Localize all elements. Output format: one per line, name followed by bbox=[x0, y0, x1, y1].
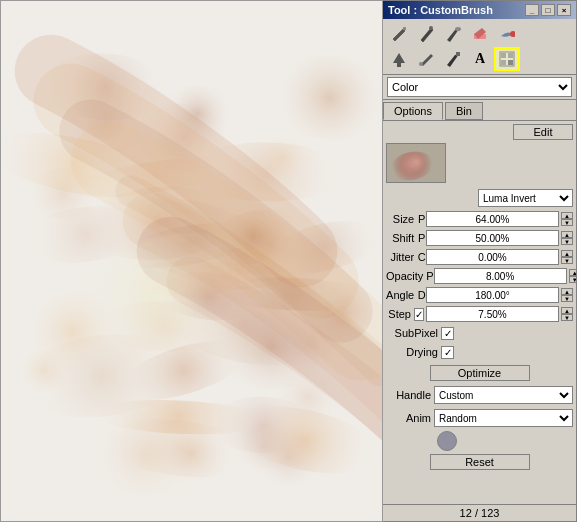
options-content: Edit Luma Invert Luma None Size P ▲ ▼ bbox=[383, 121, 576, 504]
svg-rect-5 bbox=[397, 63, 401, 67]
brush3-icon[interactable] bbox=[440, 22, 466, 46]
canvas-area[interactable] bbox=[0, 0, 383, 522]
text-icon[interactable]: A bbox=[467, 47, 493, 71]
shift-type: P bbox=[417, 232, 426, 244]
svg-point-1 bbox=[429, 26, 433, 30]
icon-row-2: A bbox=[386, 47, 573, 71]
status-bar: 12 / 123 bbox=[383, 504, 576, 521]
jitter-down-btn[interactable]: ▼ bbox=[561, 257, 573, 264]
maximize-button[interactable]: □ bbox=[541, 4, 555, 16]
anim-preview[interactable] bbox=[437, 431, 457, 451]
step-row: Step ▲ ▼ bbox=[386, 305, 573, 323]
anim-row: Anim Random Sequential Single bbox=[386, 408, 573, 428]
panel-title: Tool : CustomBrush bbox=[388, 4, 493, 16]
drying-row: Drying bbox=[386, 343, 573, 361]
eraser-icon[interactable] bbox=[467, 22, 493, 46]
luma-row: Luma Invert Luma None bbox=[386, 189, 573, 207]
drying-checkbox[interactable] bbox=[441, 346, 454, 359]
drying-label: Drying bbox=[386, 346, 441, 358]
tool-panel: Tool : CustomBrush _ □ × bbox=[383, 0, 577, 522]
angle-arrows: ▲ ▼ bbox=[561, 288, 573, 302]
size-arrows: ▲ ▼ bbox=[561, 212, 573, 226]
edit-btn-row: Edit bbox=[386, 124, 573, 140]
handle-label: Handle bbox=[386, 389, 434, 401]
svg-rect-10 bbox=[508, 53, 513, 58]
opacity-label: Opacity bbox=[386, 270, 426, 282]
fill3-icon[interactable] bbox=[440, 47, 466, 71]
subpixel-checkbox[interactable] bbox=[441, 327, 454, 340]
brush-preview-section bbox=[386, 143, 573, 186]
step-input[interactable] bbox=[426, 306, 559, 322]
color-mode-select[interactable]: Color Grayscale Alpha bbox=[387, 77, 572, 97]
anim-select[interactable]: Random Sequential Single bbox=[434, 409, 573, 427]
subpixel-row: SubPixel bbox=[386, 324, 573, 342]
smear-icon[interactable] bbox=[494, 22, 520, 46]
svg-rect-11 bbox=[501, 60, 506, 65]
svg-point-4 bbox=[510, 31, 515, 37]
reset-button[interactable]: Reset bbox=[430, 454, 530, 470]
opacity-type: P bbox=[426, 270, 433, 282]
svg-point-6 bbox=[419, 62, 423, 66]
svg-rect-0 bbox=[403, 27, 406, 30]
handle-row: Handle Custom Center Left Right Top Bott… bbox=[386, 385, 573, 405]
optimize-button[interactable]: Optimize bbox=[430, 365, 530, 381]
step-checkbox[interactable] bbox=[414, 308, 424, 321]
tab-options[interactable]: Options bbox=[383, 102, 443, 120]
step-up-btn[interactable]: ▲ bbox=[561, 307, 573, 314]
brush2-icon[interactable] bbox=[413, 22, 439, 46]
fill1-icon[interactable] bbox=[386, 47, 412, 71]
opacity-input[interactable] bbox=[434, 268, 567, 284]
step-arrows: ▲ ▼ bbox=[561, 307, 573, 321]
jitter-arrows: ▲ ▼ bbox=[561, 250, 573, 264]
handle-select[interactable]: Custom Center Left Right Top Bottom bbox=[434, 386, 573, 404]
size-type: P bbox=[417, 213, 426, 225]
angle-row: Angle D ▲ ▼ bbox=[386, 286, 573, 304]
opacity-row: Opacity P ▲ ▼ bbox=[386, 267, 573, 285]
shift-arrows: ▲ ▼ bbox=[561, 231, 573, 245]
luma-select[interactable]: Luma Invert Luma None bbox=[478, 189, 573, 207]
angle-input[interactable] bbox=[426, 287, 559, 303]
angle-down-btn[interactable]: ▼ bbox=[561, 295, 573, 302]
size-row: Size P ▲ ▼ bbox=[386, 210, 573, 228]
svg-rect-12 bbox=[508, 60, 513, 65]
jitter-input[interactable] bbox=[426, 249, 559, 265]
size-up-btn[interactable]: ▲ bbox=[561, 212, 573, 219]
anim-label: Anim bbox=[386, 412, 434, 424]
size-down-btn[interactable]: ▼ bbox=[561, 219, 573, 226]
tabs-row: Options Bin bbox=[383, 100, 576, 121]
angle-type: D bbox=[417, 289, 426, 301]
shift-down-btn[interactable]: ▼ bbox=[561, 238, 573, 245]
icon-toolbar: A bbox=[383, 19, 576, 75]
titlebar-buttons: _ □ × bbox=[525, 4, 571, 16]
custom-brush-icon[interactable] bbox=[494, 47, 520, 71]
edit-button[interactable]: Edit bbox=[513, 124, 573, 140]
close-button[interactable]: × bbox=[557, 4, 571, 16]
brush-preview bbox=[386, 143, 446, 183]
step-down-btn[interactable]: ▼ bbox=[561, 314, 573, 321]
icon-row-1 bbox=[386, 22, 573, 46]
optimize-row: Optimize bbox=[386, 365, 573, 381]
shift-label: Shift bbox=[386, 232, 417, 244]
tab-bin[interactable]: Bin bbox=[445, 102, 483, 120]
svg-rect-9 bbox=[501, 53, 506, 58]
shift-row: Shift P ▲ ▼ bbox=[386, 229, 573, 247]
angle-label: Angle bbox=[386, 289, 417, 301]
step-label: Step bbox=[386, 308, 414, 320]
jitter-up-btn[interactable]: ▲ bbox=[561, 250, 573, 257]
panel-titlebar: Tool : CustomBrush _ □ × bbox=[383, 1, 576, 19]
fill2-icon[interactable] bbox=[413, 47, 439, 71]
shift-up-btn[interactable]: ▲ bbox=[561, 231, 573, 238]
jitter-type: C bbox=[417, 251, 426, 263]
opacity-up-btn[interactable]: ▲ bbox=[569, 269, 576, 276]
shift-input[interactable] bbox=[426, 230, 559, 246]
opacity-arrows: ▲ ▼ bbox=[569, 269, 576, 283]
status-text: 12 / 123 bbox=[460, 507, 500, 519]
opacity-down-btn[interactable]: ▼ bbox=[569, 276, 576, 283]
minimize-button[interactable]: _ bbox=[525, 4, 539, 16]
reset-row: Reset bbox=[386, 454, 573, 470]
color-select-row: Color Grayscale Alpha bbox=[383, 75, 576, 100]
size-input[interactable] bbox=[426, 211, 559, 227]
brush1-icon[interactable] bbox=[386, 22, 412, 46]
jitter-label: Jitter bbox=[386, 251, 417, 263]
angle-up-btn[interactable]: ▲ bbox=[561, 288, 573, 295]
